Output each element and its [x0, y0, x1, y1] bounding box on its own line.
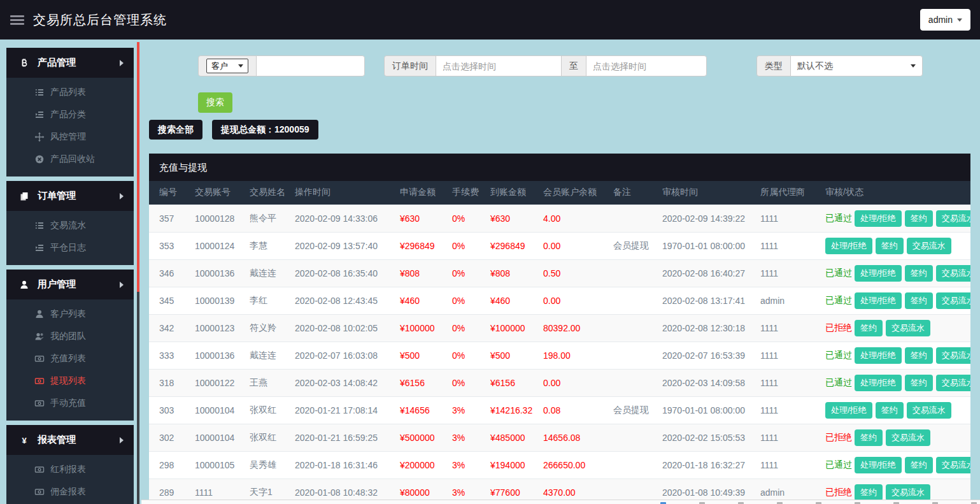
cell-fee: 0%: [447, 342, 485, 369]
scrollbar-thumb[interactable]: [137, 42, 139, 292]
type-select-value: 默认不选: [797, 61, 833, 72]
column-header-3: 操作时间: [290, 181, 395, 205]
sign-button[interactable]: 签约: [905, 347, 933, 364]
sign-button[interactable]: 签约: [905, 210, 933, 227]
sidebar-section-user[interactable]: 用户管理: [6, 270, 134, 299]
cell-fee: 0%: [447, 314, 485, 342]
sign-button[interactable]: 签约: [876, 238, 904, 254]
sidebar-section-order[interactable]: 订单管理: [6, 181, 134, 211]
sign-button[interactable]: 签约: [905, 375, 933, 391]
sidebar-item-risk-control[interactable]: 风控管理: [6, 126, 134, 148]
chevron-down-icon: [238, 64, 243, 68]
cell-status-actions: 已通过处理/拒绝签约交易流水: [820, 451, 970, 479]
process-reject-button[interactable]: 处理/拒绝: [825, 238, 872, 254]
cell-id: 342: [149, 314, 190, 342]
search-all-button[interactable]: 搜索全部: [149, 120, 202, 140]
sidebar-item-dividend-report[interactable]: 红利报表: [6, 458, 134, 480]
sidebar-item-product-list[interactable]: 产品列表: [6, 81, 134, 103]
process-reject-button[interactable]: 处理/拒绝: [855, 210, 902, 227]
flow-button[interactable]: 交易流水: [936, 265, 970, 282]
cell-id: 298: [149, 451, 190, 479]
flow-button[interactable]: 交易流水: [936, 347, 970, 364]
type-label: 类型: [756, 55, 791, 76]
cell-review-time: 2020-01-18 16:32:27: [657, 451, 755, 479]
flow-button[interactable]: 交易流水: [936, 457, 970, 473]
flow-button[interactable]: 交易流水: [886, 484, 930, 501]
scrollbar-track[interactable]: [137, 292, 139, 504]
search-field-select[interactable]: 客户: [206, 59, 248, 73]
cell-remark: [608, 424, 657, 451]
sidebar-item-customer-list[interactable]: 客户列表: [6, 303, 134, 325]
column-header-5: 手续费: [447, 181, 485, 205]
cell-account: 10000123: [190, 314, 245, 342]
sidebar-item-my-team[interactable]: 我的团队: [6, 325, 134, 347]
process-reject-button[interactable]: 处理/拒绝: [855, 347, 902, 364]
sidebar-item-trade-flow[interactable]: 交易流水: [6, 214, 134, 236]
process-reject-button[interactable]: 处理/拒绝: [855, 292, 902, 309]
cell-id: 303: [149, 396, 190, 424]
process-reject-button[interactable]: 处理/拒绝: [855, 375, 902, 391]
copy-icon: [19, 191, 29, 201]
sidebar-submenu: 产品列表产品分类风控管理产品回收站: [6, 78, 134, 176]
sidebar-block-product: 产品管理产品列表产品分类风控管理产品回收站: [6, 48, 134, 176]
cell-received-amount: ¥14216.32: [485, 396, 538, 424]
flow-button[interactable]: 交易流水: [886, 429, 930, 446]
to-label: 至: [561, 55, 586, 76]
sidebar-item-deposit-list[interactable]: 充值列表: [6, 347, 134, 370]
sidebar-item-product-recycle[interactable]: 产品回收站: [6, 148, 134, 170]
sign-button[interactable]: 签约: [905, 265, 933, 282]
sidebar-item-withdraw-list[interactable]: 提现列表: [6, 370, 134, 392]
process-reject-button[interactable]: 处理/拒绝: [855, 457, 902, 473]
sidebar-item-close-log[interactable]: 平仓日志: [6, 236, 134, 259]
cell-fee: 0%: [447, 369, 485, 396]
sidebar-section-product[interactable]: 产品管理: [6, 48, 134, 78]
menu-icon[interactable]: [10, 13, 24, 27]
flow-button[interactable]: 交易流水: [907, 402, 951, 419]
sign-button[interactable]: 签约: [855, 429, 883, 446]
cell-op-time: 2020-01-21 16:59:25: [290, 424, 395, 451]
cell-agent: 1111: [755, 424, 820, 451]
sidebar-item-manual-deposit[interactable]: 手动充值: [6, 392, 134, 414]
column-header-7: 会员账户余额: [538, 181, 608, 205]
sidebar-item-label: 风控管理: [50, 131, 86, 143]
cell-status-actions: 已通过处理/拒绝签约交易流水: [820, 205, 970, 232]
cell-fee: 0%: [447, 232, 485, 259]
type-select[interactable]: 默认不选: [790, 55, 923, 76]
sign-button[interactable]: 签约: [855, 484, 883, 501]
cell-status-actions: 已拒绝签约交易流水: [820, 314, 970, 342]
sidebar-section-report[interactable]: ¥报表管理: [6, 425, 134, 455]
cell-received-amount: ¥630: [485, 205, 538, 232]
sign-button[interactable]: 签约: [855, 320, 883, 336]
indent-icon: [34, 110, 45, 120]
process-reject-button[interactable]: 处理/拒绝: [825, 402, 872, 419]
sidebar-submenu: 交易流水平仓日志: [6, 211, 134, 265]
sidebar-item-product-category[interactable]: 产品分类: [6, 103, 134, 126]
flow-button[interactable]: 交易流水: [936, 210, 970, 227]
flow-button[interactable]: 交易流水: [886, 320, 930, 336]
cell-apply-amount: ¥6156: [395, 369, 447, 396]
flow-button[interactable]: 交易流水: [907, 238, 951, 254]
sidebar-item-commission-report[interactable]: 佣金报表: [6, 480, 134, 503]
time-to-input[interactable]: [586, 55, 707, 76]
column-header-11: 审核/状态: [820, 181, 970, 205]
process-reject-button[interactable]: 处理/拒绝: [855, 265, 902, 282]
search-button[interactable]: 搜索: [198, 92, 232, 113]
cell-name: 李红: [245, 287, 290, 314]
sign-button[interactable]: 签约: [905, 457, 933, 473]
sidebar: 产品管理产品列表产品分类风控管理产品回收站订单管理交易流水平仓日志用户管理客户列…: [6, 48, 134, 504]
cell-review-time: 2020-02-08 16:40:27: [657, 259, 755, 287]
sidebar-item-label: 产品回收站: [50, 154, 95, 165]
cell-name: 吴秀雄: [245, 451, 290, 479]
cell-fee: 3%: [447, 451, 485, 479]
sign-button[interactable]: 签约: [905, 292, 933, 309]
cell-agent: admin: [755, 287, 820, 314]
sidebar-item-label: 充值列表: [50, 353, 86, 364]
keyword-input[interactable]: [256, 55, 365, 76]
flow-button[interactable]: 交易流水: [936, 375, 970, 391]
user-menu-button[interactable]: admin: [920, 9, 970, 31]
sign-button[interactable]: 签约: [876, 402, 904, 419]
cell-agent: 1111: [755, 396, 820, 424]
cell-name: 符义羚: [245, 314, 290, 342]
flow-button[interactable]: 交易流水: [936, 292, 970, 309]
time-from-input[interactable]: [436, 55, 562, 76]
